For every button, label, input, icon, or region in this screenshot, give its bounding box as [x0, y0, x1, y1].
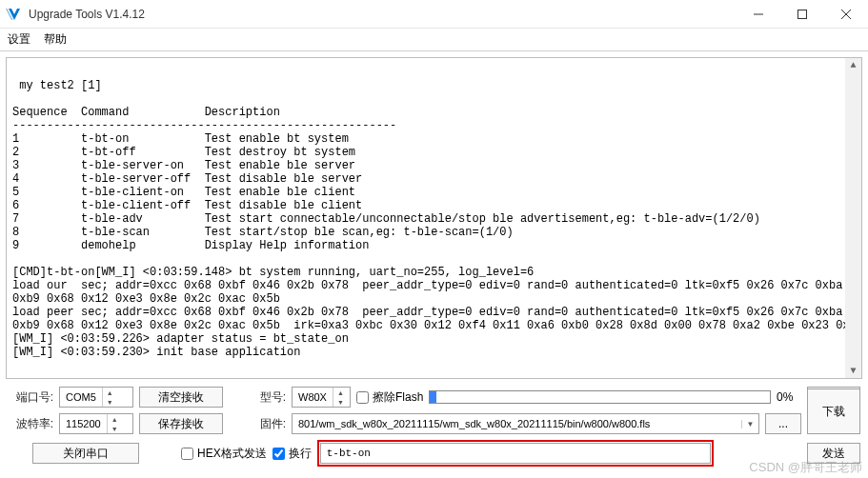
- hex-send-label: HEX格式发送: [197, 446, 267, 462]
- send-button[interactable]: 发送: [807, 443, 860, 464]
- save-receive-button[interactable]: 保存接收: [139, 413, 223, 434]
- chevron-up-icon[interactable]: ▲: [108, 414, 122, 424]
- port-spinner[interactable]: ▲▼: [102, 388, 117, 407]
- command-input[interactable]: [320, 443, 711, 464]
- maximize-button[interactable]: [780, 0, 824, 29]
- hex-send-checkbox[interactable]: HEX格式发送: [181, 446, 267, 462]
- model-label: 型号:: [229, 389, 286, 406]
- menu-settings[interactable]: 设置: [8, 31, 30, 48]
- chevron-down-icon[interactable]: ▼: [103, 397, 117, 407]
- progress-percent: 0%: [777, 390, 801, 404]
- model-select[interactable]: W80X ▲▼: [292, 387, 351, 408]
- port-value: COM5: [60, 391, 102, 403]
- baud-value: 115200: [60, 418, 107, 429]
- newline-input[interactable]: [273, 448, 285, 460]
- close-port-button[interactable]: 关闭串口: [32, 443, 139, 464]
- erase-flash-input[interactable]: [356, 391, 369, 404]
- erase-flash-checkbox[interactable]: 擦除Flash: [356, 389, 423, 406]
- chevron-up-icon[interactable]: ▲: [103, 388, 117, 397]
- window-buttons: [737, 0, 868, 29]
- terminal-output[interactable]: my test2 [1] Sequence Command Descriptio…: [6, 57, 862, 379]
- newline-label: 换行: [289, 446, 312, 462]
- chevron-down-icon[interactable]: ▼: [108, 424, 122, 433]
- port-label: 端口号:: [8, 389, 53, 406]
- menu-help[interactable]: 帮助: [44, 31, 67, 48]
- chevron-down-icon[interactable]: ▼: [741, 420, 758, 428]
- terminal-header-text: my test2 [1] Sequence Command Descriptio…: [12, 79, 760, 252]
- baud-label: 波特率:: [8, 416, 53, 432]
- terminal-log-text: [CMD]t-bt-on[WM_I] <0:03:59.148> bt syst…: [12, 266, 862, 359]
- erase-flash-label: 擦除Flash: [373, 389, 423, 406]
- terminal-scrollbar[interactable]: ▲ ▼: [845, 58, 861, 378]
- svg-rect-1: [798, 10, 807, 18]
- firmware-value: 801/wm_sdk_w80x_20211115/wm_sdk_w80x_202…: [293, 418, 741, 429]
- browse-button[interactable]: ...: [765, 413, 801, 434]
- hex-send-input[interactable]: [181, 448, 193, 460]
- row-1: 端口号: COM5 ▲▼ 清空接收 型号: W80X ▲▼ 擦除Flash 0%…: [8, 387, 860, 408]
- chevron-up-icon[interactable]: ▲: [333, 388, 348, 397]
- control-panel: 端口号: COM5 ▲▼ 清空接收 型号: W80X ▲▼ 擦除Flash 0%…: [0, 379, 868, 470]
- scroll-up-icon[interactable]: ▲: [846, 58, 860, 72]
- chevron-down-icon[interactable]: ▼: [333, 397, 348, 407]
- download-button[interactable]: 下载: [807, 388, 860, 434]
- port-select[interactable]: COM5 ▲▼: [59, 387, 133, 408]
- row-2: 波特率: 115200 ▲▼ 保存接收 固件: 801/wm_sdk_w80x_…: [8, 413, 860, 434]
- model-value: W80X: [293, 391, 333, 403]
- minimize-button[interactable]: [737, 0, 780, 29]
- firmware-label: 固件:: [229, 416, 286, 432]
- row-3: 关闭串口 HEX格式发送 换行 发送: [8, 440, 860, 467]
- progress-bar: [429, 390, 771, 404]
- command-highlight: [317, 440, 714, 467]
- newline-checkbox[interactable]: 换行: [273, 446, 312, 462]
- baud-spinner[interactable]: ▲▼: [107, 414, 122, 433]
- menubar: 设置 帮助: [0, 29, 868, 51]
- baud-select[interactable]: 115200 ▲▼: [59, 413, 133, 434]
- firmware-select[interactable]: 801/wm_sdk_w80x_20211115/wm_sdk_w80x_202…: [292, 413, 759, 434]
- close-button[interactable]: [824, 0, 868, 29]
- app-icon: [6, 6, 23, 23]
- model-spinner[interactable]: ▲▼: [333, 388, 348, 407]
- window-title: Upgrade Tools V1.4.12: [29, 8, 737, 21]
- clear-receive-button[interactable]: 清空接收: [139, 387, 223, 408]
- scroll-down-icon[interactable]: ▼: [846, 364, 860, 378]
- titlebar: Upgrade Tools V1.4.12: [0, 0, 868, 29]
